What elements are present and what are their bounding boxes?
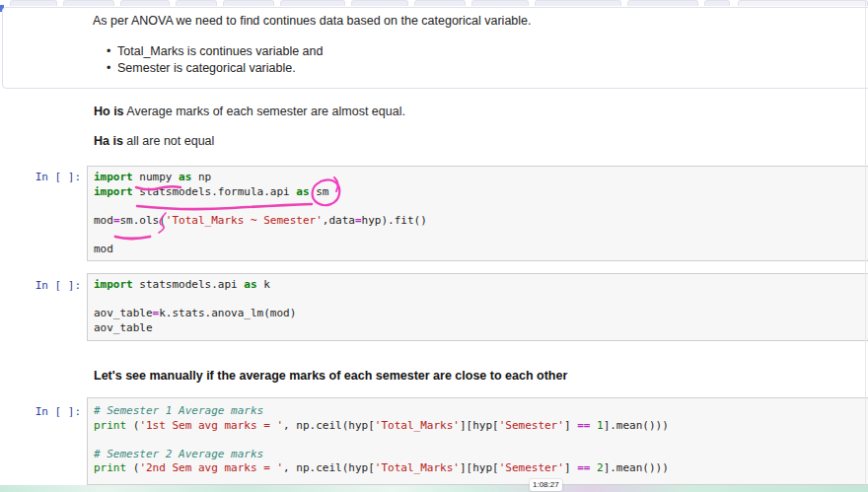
scrollbar-track[interactable] <box>865 0 866 485</box>
browser-tab[interactable] <box>627 0 698 6</box>
bullet-dot-icon: • <box>107 60 117 76</box>
video-timestamp: 1:08:27 <box>530 479 562 491</box>
code-line: import statsmodels.api as k <box>94 278 868 293</box>
code-line: aov_table=k.stats.anova_lm(mod) <box>94 307 868 321</box>
bullet-semester: •Semester is categorical variable. <box>107 60 296 76</box>
browser-tab[interactable] <box>120 0 170 6</box>
browser-tab[interactable] <box>535 0 621 6</box>
browser-tab[interactable] <box>738 0 868 6</box>
browser-tab[interactable] <box>351 0 408 6</box>
browser-tab[interactable] <box>10 0 57 6</box>
code-line: # Semester 2 Average marks <box>94 448 868 462</box>
video-seekbar[interactable] <box>0 485 868 492</box>
bullet-dot-icon: • <box>107 43 117 59</box>
manual-check-heading: Let's see manually if the average marks … <box>94 369 567 383</box>
input-prompt: In [ ]: <box>0 171 81 183</box>
code-line <box>94 293 868 308</box>
browser-tab[interactable] <box>223 0 274 6</box>
browser-tab[interactable] <box>414 0 466 6</box>
code-line: mod <box>94 243 868 257</box>
code-line: print ('1st Sem avg marks = ', np.ceil(h… <box>94 419 868 434</box>
code-cell-semester-averages: In [ ]: # Semester 1 Average marksprint … <box>0 397 868 485</box>
h0-text: Average marks of each semester are almos… <box>124 105 405 118</box>
hypothesis-ha: Ha is all are not equal <box>94 134 214 148</box>
browser-tab[interactable] <box>176 0 217 6</box>
input-prompt: In [ ]: <box>0 279 81 292</box>
anova-paragraph: As per ANOVA we need to find continues d… <box>93 13 532 29</box>
hypothesis-h0: Ho is Average marks of each semester are… <box>94 105 405 118</box>
input-prompt: In [ ]: <box>0 405 81 418</box>
browser-tab-strip <box>0 0 868 6</box>
h0-label: Ho is <box>94 105 124 118</box>
code-line: print ('2nd Sem avg marks = ', np.ceil(h… <box>94 461 868 476</box>
code-line <box>94 433 868 448</box>
code-cell-anova-table: In [ ]: import statsmodels.api as k aov_… <box>0 273 868 341</box>
code-line: import numpy as np <box>94 171 868 185</box>
code-line <box>94 199 868 214</box>
code-input-area[interactable]: # Semester 1 Average marksprint ('1st Se… <box>87 397 868 485</box>
code-line: aov_table <box>94 321 868 336</box>
notebook-screen: As per ANOVA we need to find continues d… <box>0 0 868 492</box>
browser-tab[interactable] <box>63 0 114 6</box>
code-line <box>94 228 868 243</box>
ha-label: Ha is <box>94 134 123 148</box>
code-line: import statsmodels.formula.api as sm <box>94 185 868 200</box>
code-line: mod=sm.ols('Total_Marks ~ Semester',data… <box>94 214 868 229</box>
bullet-total-marks: •Total_Marks is continues variable and <box>107 43 323 59</box>
markdown-cell-anova-intro[interactable]: As per ANOVA we need to find continues d… <box>2 7 868 89</box>
code-line: # Semester 1 Average marks <box>94 404 868 419</box>
code-input-area[interactable]: import statsmodels.api as k aov_table=k.… <box>87 273 868 341</box>
browser-tab[interactable] <box>280 0 345 6</box>
ha-text: all are not equal <box>123 134 214 148</box>
browser-tab[interactable] <box>704 0 730 6</box>
browser-tab[interactable] <box>471 0 529 6</box>
code-input-area[interactable]: import numpy as npimport statsmodels.for… <box>87 166 868 261</box>
code-cell-imports-ols: In [ ]: import numpy as npimport statsmo… <box>0 166 868 261</box>
